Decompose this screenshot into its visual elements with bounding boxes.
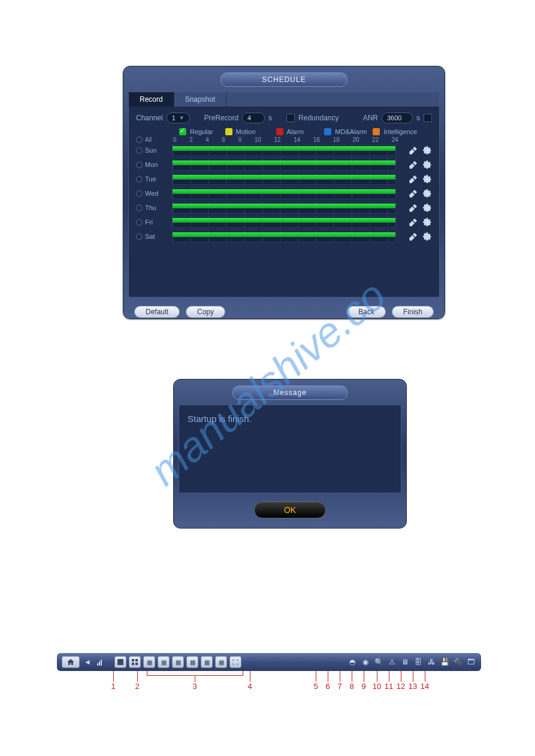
gear-icon[interactable] <box>422 232 432 241</box>
view-16-button[interactable]: ▦ <box>172 656 184 668</box>
day-row-fri: Fri <box>136 215 432 229</box>
schedule-bar[interactable] <box>172 202 396 214</box>
scale-row: All 0 2 4 6 8 10 12 14 16 18 20 22 24 <box>136 136 432 143</box>
scale-tick: 8 <box>238 136 242 143</box>
options-row: Channel 1 ▼ PreRecord 4 s Redundancy ANR… <box>129 107 439 128</box>
anr-input[interactable]: 3600 <box>382 113 413 123</box>
day-label: Thu <box>145 204 156 211</box>
scale-tick: 18 <box>333 136 340 143</box>
schedule-bar[interactable] <box>172 230 396 242</box>
day-radio[interactable] <box>136 176 143 183</box>
day-radio[interactable] <box>136 219 143 226</box>
default-button[interactable]: Default <box>134 306 180 318</box>
view-custom-button[interactable]: ▦ <box>215 656 227 668</box>
all-radio[interactable] <box>136 136 143 143</box>
view-4-button[interactable] <box>129 656 141 668</box>
schedule-bar[interactable] <box>172 173 396 185</box>
annotation-tick <box>340 671 340 682</box>
annotation-tick <box>401 671 401 682</box>
anr-checkbox[interactable] <box>424 114 432 122</box>
finish-button[interactable]: Finish <box>392 306 434 318</box>
annotation-tick <box>250 671 250 682</box>
annotation-number: 3 <box>192 682 197 691</box>
tab-record[interactable]: Record <box>129 92 174 107</box>
annotation-tick <box>243 671 243 676</box>
message-text: Startup is finish. <box>188 414 252 424</box>
view-25-button[interactable]: ▦ <box>186 656 198 668</box>
legend-mdalarm-box <box>324 128 331 135</box>
svg-rect-5 <box>135 659 138 661</box>
gear-icon[interactable] <box>422 203 432 212</box>
view-8-button[interactable]: ▦ <box>143 656 155 668</box>
eraser-icon[interactable] <box>408 203 418 212</box>
eraser-icon[interactable] <box>408 145 418 155</box>
remote-icon[interactable]: 🗄 <box>413 657 424 667</box>
message-body: Startup is finish. <box>179 405 401 493</box>
day-radio[interactable] <box>136 162 143 168</box>
legend-alarm: Alarm <box>287 128 304 135</box>
gear-icon[interactable] <box>422 174 432 184</box>
back-arrow-icon[interactable]: ◄ <box>82 657 93 667</box>
annotation-number: 2 <box>135 682 139 691</box>
eraser-icon[interactable] <box>408 174 418 184</box>
annotation-number: 10 <box>373 682 381 691</box>
usb-icon[interactable]: 🔌 <box>452 657 463 667</box>
ptz-icon[interactable]: ◓ <box>347 657 358 667</box>
eraser-icon[interactable] <box>408 232 418 241</box>
svg-rect-4 <box>132 659 134 661</box>
scale-tick: 12 <box>274 136 281 143</box>
schedule-bar[interactable] <box>172 216 396 228</box>
gear-icon[interactable] <box>422 189 432 198</box>
schedule-bar[interactable] <box>172 159 396 171</box>
day-radio[interactable] <box>136 147 143 154</box>
eraser-icon[interactable] <box>408 160 418 169</box>
annotation-number: 9 <box>361 682 365 691</box>
tab-snapshot[interactable]: Snapshot <box>174 92 227 107</box>
channel-select[interactable]: 1 ▼ <box>167 113 190 123</box>
view-36-button[interactable]: ▦ <box>201 656 213 668</box>
eraser-icon[interactable] <box>408 189 418 198</box>
eraser-icon[interactable] <box>408 217 418 227</box>
alarm-icon[interactable]: ⚠ <box>386 657 397 667</box>
day-row-sun: Sun <box>136 143 432 157</box>
network-icon[interactable]: 🖧 <box>426 657 437 667</box>
back-button[interactable]: Back <box>347 306 386 318</box>
prerecord-input[interactable]: 4 <box>242 113 265 123</box>
anr-label: ANR <box>363 114 378 122</box>
schedule-bar[interactable] <box>172 187 396 199</box>
signal-icon[interactable] <box>95 657 106 667</box>
view-9-button[interactable]: ▦ <box>158 656 170 668</box>
gear-icon[interactable] <box>422 217 432 227</box>
day-radio[interactable] <box>136 233 143 240</box>
fullscreen-button[interactable]: ⛶ <box>229 656 241 668</box>
search-icon[interactable]: 🔍 <box>373 657 384 667</box>
day-radio[interactable] <box>136 190 143 197</box>
gear-icon[interactable] <box>422 160 432 169</box>
tabs: Record Snapshot <box>129 92 439 107</box>
annotation-tick <box>113 671 114 682</box>
chevron-down-icon: ▼ <box>179 113 185 123</box>
redundancy-checkbox[interactable] <box>286 114 295 122</box>
day-row-mon: Mon <box>136 157 432 172</box>
scale-tick: 22 <box>372 136 379 143</box>
ok-button[interactable]: OK <box>254 502 326 518</box>
hdd-icon[interactable]: 💾 <box>439 657 450 667</box>
day-row-tue: Tue <box>136 172 432 186</box>
view-1-button[interactable] <box>114 656 126 668</box>
anr-suffix: s <box>416 114 420 122</box>
gear-icon[interactable] <box>422 145 432 155</box>
annotation-tick <box>137 671 138 682</box>
legend-alarm-box <box>276 128 283 135</box>
toolbar-wrap: ◄ ▦ ▦ ▦ ▦ ▦ ▦ ⛶ ◓ ◉ 🔍 ⚠ 🖥 🗄 🖧 💾 🔌 🗔 1 2 … <box>57 653 481 701</box>
color-icon[interactable]: ◉ <box>360 657 371 667</box>
copy-button[interactable]: Copy <box>186 306 225 318</box>
home-button[interactable] <box>62 656 80 668</box>
schedule-bar[interactable] <box>172 144 396 156</box>
scale-tick: 14 <box>294 136 300 143</box>
annotation-tick <box>352 671 352 682</box>
annotation-number: 5 <box>313 682 318 691</box>
channel-info-icon[interactable]: 🖥 <box>400 657 410 667</box>
system-icon[interactable]: 🗔 <box>466 657 476 667</box>
legend-row: Regular Motion Alarm MD&Alarm Intelligen… <box>179 128 432 135</box>
day-radio[interactable] <box>136 205 143 211</box>
